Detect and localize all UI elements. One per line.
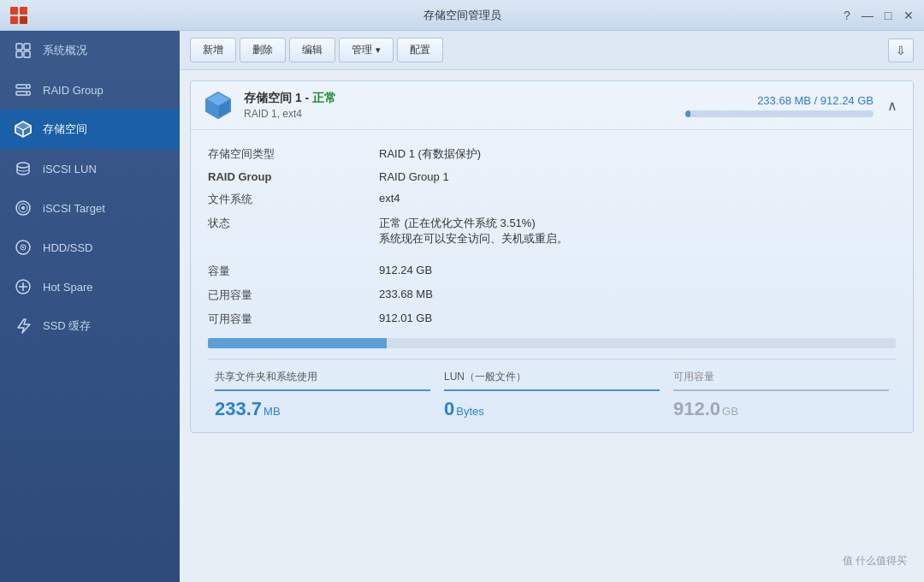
sidebar: 系统概况 RAID Group [0, 31, 180, 582]
collapse-button[interactable]: ∧ [884, 98, 901, 114]
hot-spare-icon [14, 277, 33, 296]
sidebar-label-iscsi-target: iSCSI Target [43, 202, 105, 215]
col2-label: LUN（一般文件） [444, 370, 660, 391]
volume-status-badge: 正常 [312, 91, 336, 104]
raid-value: RAID Group 1 [379, 166, 896, 187]
manage-button[interactable]: 管理 ▾ [339, 38, 394, 62]
avail-value: 912.01 GB [379, 307, 896, 331]
cap-value: 912.24 GB [379, 259, 896, 283]
usage-col-available: 可用容量 912.0GB [666, 370, 896, 420]
col3-value: 912.0GB [673, 398, 889, 420]
svg-rect-7 [24, 51, 30, 57]
sidebar-item-ssd-cache[interactable]: SSD 缓存 [0, 306, 180, 346]
used-value: 233.68 MB [379, 283, 896, 307]
edit-button[interactable]: 编辑 [289, 38, 335, 62]
maximize-button[interactable]: □ [881, 9, 895, 22]
svg-point-10 [26, 86, 27, 87]
main-layout: 系统概况 RAID Group [0, 31, 924, 582]
raid-icon [14, 80, 33, 99]
flash-icon [14, 317, 33, 336]
svg-rect-2 [10, 16, 18, 24]
storage-icon [14, 120, 33, 139]
detail-grid: 存储空间类型 RAID 1 (有数据保护) RAID Group RAID Gr… [208, 142, 896, 331]
volume-title-area: 存储空间 1 - 正常 RAID 1, ext4 [244, 91, 675, 120]
svg-point-16 [17, 163, 29, 168]
add-button[interactable]: 新增 [190, 38, 236, 62]
svg-rect-5 [24, 44, 30, 50]
col3-label: 可用容量 [673, 370, 889, 391]
volume-icon [203, 90, 234, 121]
col1-label: 共享文件夹和系统使用 [215, 370, 430, 391]
svg-rect-9 [16, 92, 30, 95]
svg-point-19 [21, 206, 25, 210]
sidebar-item-hdd-ssd[interactable]: HDD/SSD [0, 228, 180, 267]
sidebar-label-hdd-ssd: HDD/SSD [43, 241, 93, 254]
cap-label: 容量 [208, 259, 379, 283]
usage-bar [685, 110, 874, 117]
sidebar-label-storage-space: 存储空间 [43, 122, 87, 137]
type-label: 存储空间类型 [208, 142, 379, 166]
used-label: 已用容量 [208, 283, 379, 307]
sidebar-item-iscsi-target[interactable]: iSCSI Target [0, 188, 180, 228]
svg-point-22 [22, 246, 24, 248]
col2-value: 0Bytes [444, 398, 660, 420]
spacer-right [379, 251, 896, 259]
status-value: 正常 (正在优化文件系统 3.51%) 系统现在可以安全访问、关机或重启。 [379, 211, 896, 251]
minimize-button[interactable]: — [861, 9, 874, 22]
status-label: 状态 [208, 211, 379, 251]
type-value: RAID 1 (有数据保护) [379, 142, 896, 166]
target-icon [14, 199, 33, 217]
volume-card: 存储空间 1 - 正常 RAID 1, ext4 233.68 MB / 912… [190, 80, 914, 433]
sidebar-item-hot-spare[interactable]: Hot Spare [0, 267, 180, 306]
window-controls: ? — □ ✕ [840, 9, 915, 22]
volume-subtitle: RAID 1, ext4 [244, 108, 675, 120]
svg-point-11 [26, 92, 27, 94]
help-button[interactable]: ? [840, 9, 854, 22]
sidebar-item-raid-group[interactable]: RAID Group [0, 70, 180, 110]
svg-rect-8 [16, 85, 30, 88]
storage-bar-fill [208, 338, 387, 348]
volume-details: 存储空间类型 RAID 1 (有数据保护) RAID Group RAID Gr… [191, 130, 913, 432]
usage-bar-fill [685, 110, 690, 117]
svg-rect-1 [20, 7, 27, 15]
fs-label: 文件系统 [208, 187, 379, 211]
svg-rect-4 [16, 44, 22, 50]
fs-value: ext4 [379, 187, 896, 211]
sort-button[interactable]: ⇩ [888, 39, 914, 62]
svg-rect-6 [16, 51, 22, 57]
volume-title: 存储空间 1 - 正常 [244, 91, 675, 106]
usage-col-lun: LUN（一般文件） 0Bytes [437, 370, 666, 420]
svg-rect-0 [10, 7, 18, 15]
sidebar-item-system-overview[interactable]: 系统概况 [0, 31, 180, 70]
titlebar: 存储空间管理员 ? — □ ✕ [0, 0, 924, 31]
watermark: 值 什么值得买 [843, 554, 907, 568]
app-logo [9, 5, 29, 26]
panel-area: 存储空间 1 - 正常 RAID 1, ext4 233.68 MB / 912… [180, 70, 924, 582]
raid-label: RAID Group [208, 166, 379, 187]
avail-label: 可用容量 [208, 307, 379, 331]
storage-bar [208, 338, 896, 348]
content-area: 新增 删除 编辑 管理 ▾ 配置 ⇩ [180, 31, 924, 582]
sidebar-label-ssd-cache: SSD 缓存 [43, 318, 91, 334]
delete-button[interactable]: 删除 [240, 38, 286, 62]
usage-breakdown: 共享文件夹和系统使用 233.7MB LUN（一般文件） 0Bytes [208, 359, 896, 420]
sidebar-item-storage-space[interactable]: 存储空间 [0, 110, 180, 149]
app-title: 存储空间管理员 [424, 8, 501, 23]
close-button[interactable]: ✕ [902, 9, 915, 22]
disk-icon [14, 238, 33, 257]
lun-icon [14, 159, 33, 178]
col1-value: 233.7MB [215, 398, 430, 420]
volume-usage: 233.68 MB / 912.24 GB [685, 94, 874, 117]
volume-header: 存储空间 1 - 正常 RAID 1, ext4 233.68 MB / 912… [191, 81, 913, 130]
config-button[interactable]: 配置 [397, 38, 443, 62]
sidebar-label-raid-group: RAID Group [43, 84, 104, 97]
sidebar-label-iscsi-lun: iSCSI LUN [43, 163, 97, 175]
spacer-left [208, 251, 379, 259]
grid-icon [14, 41, 33, 60]
sidebar-label-system-overview: 系统概况 [43, 43, 87, 58]
sidebar-item-iscsi-lun[interactable]: iSCSI LUN [0, 149, 180, 188]
svg-rect-3 [20, 16, 27, 24]
sidebar-label-hot-spare: Hot Spare [43, 281, 93, 294]
usage-col-shared: 共享文件夹和系统使用 233.7MB [208, 370, 437, 420]
toolbar: 新增 删除 编辑 管理 ▾ 配置 ⇩ [180, 31, 924, 70]
